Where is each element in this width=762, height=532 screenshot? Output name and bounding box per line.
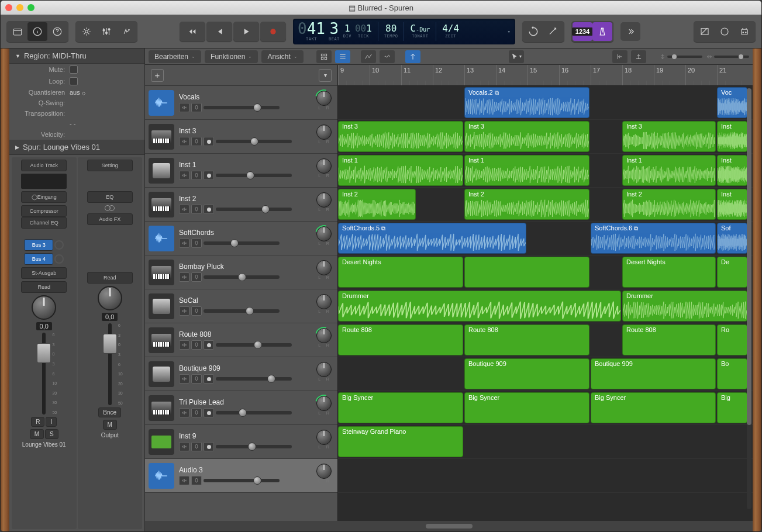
track-icon[interactable] <box>149 226 174 251</box>
region[interactable]: Big Syncer <box>338 392 463 423</box>
send-2[interactable]: Bus 4 <box>24 253 53 265</box>
pan-knob[interactable]: L R <box>314 91 334 115</box>
track-header[interactable]: ▶Spur: Lounge Vibes 01 <box>9 140 144 155</box>
region[interactable]: Voc <box>717 87 747 118</box>
mixer-button[interactable] <box>96 22 116 41</box>
track-icon[interactable] <box>149 361 174 387</box>
track-icon[interactable] <box>149 260 174 285</box>
region[interactable]: Inst 2 <box>464 189 589 220</box>
notepad-button[interactable] <box>715 22 735 41</box>
region[interactable]: Route 808 <box>622 324 716 355</box>
bounce-button[interactable]: Bnce <box>98 407 121 417</box>
mute-icon[interactable] <box>179 442 189 451</box>
pan-knob[interactable]: L R <box>314 226 334 251</box>
track-lane[interactable]: DrummerDrummer <box>338 289 753 323</box>
track-lane[interactable]: Boutique 909Boutique 909Bo <box>338 357 753 391</box>
pan-knob[interactable]: L R <box>314 125 334 149</box>
help-button[interactable] <box>47 22 67 41</box>
solo-icon[interactable] <box>191 272 202 282</box>
inspector-row[interactable]: Transposition: <box>9 108 144 119</box>
region[interactable]: SoftChords.6⧉ <box>591 223 716 254</box>
global-tracks-button[interactable]: ▾ <box>319 69 332 82</box>
inspector-button[interactable] <box>27 22 47 41</box>
track-icon[interactable] <box>149 124 174 150</box>
track-lane[interactable]: Steinway Grand Piano <box>338 425 753 459</box>
region[interactable]: Inst 1 <box>622 155 716 186</box>
mute-icon[interactable] <box>179 374 189 384</box>
mute-icon[interactable] <box>179 408 189 417</box>
region[interactable]: Inst <box>717 189 747 220</box>
count-in-button[interactable]: 1234 <box>573 22 592 41</box>
mute-button[interactable]: M <box>30 429 44 439</box>
ruler[interactable]: 9101112131415161718192021 <box>338 65 753 86</box>
solo-icon[interactable] <box>191 408 202 417</box>
inspector-row[interactable]: Loop: <box>9 75 144 87</box>
metronome-button[interactable] <box>592 22 612 41</box>
window-close[interactable] <box>5 4 12 11</box>
add-track-button[interactable]: + <box>151 69 164 82</box>
list-editors-button[interactable] <box>695 22 715 41</box>
snap-up-icon[interactable] <box>631 50 646 63</box>
mute-icon[interactable] <box>179 306 189 316</box>
track-header[interactable]: Audio 3 L R <box>145 459 337 493</box>
region[interactable]: Route 808 <box>464 324 589 355</box>
cycle-button[interactable] <box>523 22 543 41</box>
solo-icon[interactable] <box>191 374 202 384</box>
region[interactable]: Inst 1 <box>464 155 589 186</box>
track-header[interactable]: SoftChords L R <box>145 222 337 255</box>
mute-icon[interactable] <box>179 340 189 350</box>
track-lane[interactable]: Inst 1Inst 1Inst 1Inst <box>338 154 753 188</box>
region[interactable]: Inst 3 <box>464 121 589 152</box>
region[interactable] <box>464 257 589 288</box>
solo-icon[interactable] <box>191 205 202 214</box>
fx-slot-1[interactable]: Compressor <box>21 205 67 217</box>
solo-icon[interactable] <box>191 306 202 316</box>
window-max[interactable] <box>27 4 35 11</box>
region[interactable]: Inst 2 <box>622 189 716 220</box>
inspector-row[interactable]: Velocity: <box>9 129 144 140</box>
pan-knob[interactable]: L R <box>314 430 334 454</box>
track-header[interactable]: Route 808 L R <box>145 323 337 357</box>
track-header[interactable]: Inst 3 L R <box>145 120 337 154</box>
eq-slot[interactable]: EQ <box>87 191 133 203</box>
track-lane[interactable]: Vocals.2⧉Voc <box>338 86 753 120</box>
region[interactable]: Inst 1 <box>338 155 463 186</box>
region[interactable]: Route 808 <box>338 324 463 355</box>
region[interactable]: Big Syncer <box>591 392 716 423</box>
pan-knob[interactable]: L R <box>314 260 334 285</box>
solo-icon[interactable] <box>191 476 202 485</box>
volume-fader[interactable]: 6303610203050 <box>32 333 56 414</box>
track-icon[interactable] <box>149 429 174 455</box>
volume-slider[interactable] <box>216 377 292 381</box>
region[interactable]: Inst <box>717 121 747 152</box>
track-lane[interactable]: Route 808Route 808Route 808Ro <box>338 323 753 357</box>
automation-mode[interactable]: Read <box>21 281 67 293</box>
library-button[interactable] <box>8 22 27 41</box>
track-icon[interactable] <box>149 90 174 116</box>
mute-icon[interactable] <box>179 137 189 146</box>
track-header[interactable]: Inst 2 L R <box>145 188 337 222</box>
pan-knob[interactable]: L R <box>314 328 334 353</box>
region[interactable]: Desert Nights <box>338 257 463 288</box>
pan-value[interactable]: 0,0 <box>102 313 118 321</box>
output-slot[interactable]: St-Ausgab <box>21 267 67 279</box>
solo-button[interactable]: S <box>45 429 58 439</box>
record-enable-icon[interactable] <box>204 171 214 180</box>
track-header[interactable]: SoCal L R <box>145 289 337 323</box>
inspector-row[interactable]: Q-Swing: <box>9 98 144 108</box>
region[interactable]: Inst 3 <box>338 121 463 152</box>
catch-icon[interactable] <box>405 50 420 63</box>
toolbar-more[interactable] <box>620 22 640 41</box>
pan-knob[interactable]: L R <box>314 294 334 319</box>
region[interactable]: Big Syncer <box>464 392 589 423</box>
region[interactable]: Big <box>717 392 747 423</box>
pan-knob[interactable]: L R <box>314 396 334 420</box>
volume-fader[interactable]: 6303610203050 <box>98 323 122 405</box>
region[interactable]: Boutique 909 <box>464 358 589 389</box>
region[interactable]: Desert Nights <box>622 257 716 288</box>
record-button[interactable] <box>260 22 286 42</box>
rewind-button[interactable] <box>180 22 205 42</box>
pointer-tool[interactable]: ▾ <box>509 50 524 63</box>
volume-slider[interactable] <box>216 445 292 448</box>
pan-knob[interactable]: L R <box>314 158 334 183</box>
